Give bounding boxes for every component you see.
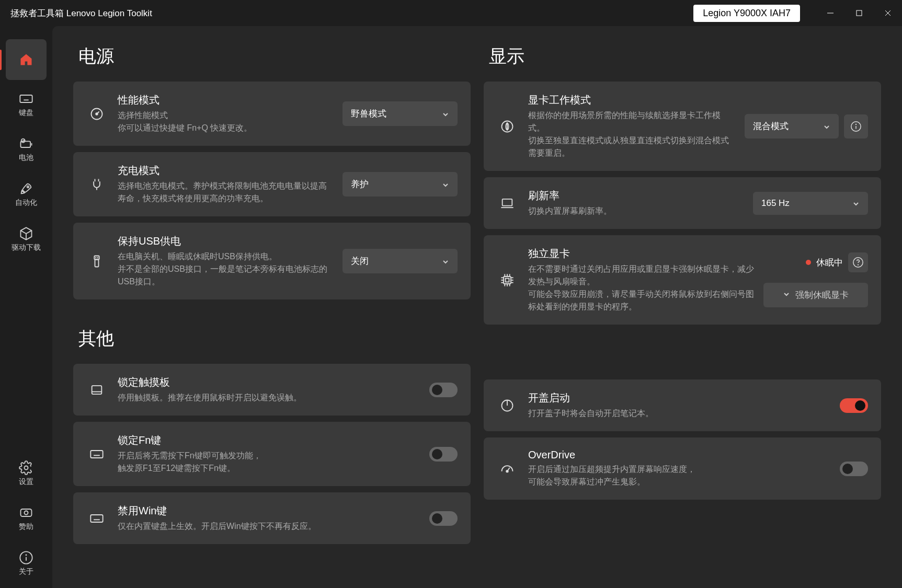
donate-icon — [19, 505, 33, 520]
svg-point-62 — [506, 470, 508, 472]
sidebar-item-battery[interactable]: 电池 — [6, 129, 47, 170]
status-dot — [806, 260, 811, 265]
sidebar-item-home[interactable] — [6, 39, 47, 80]
laptop-icon — [497, 196, 518, 211]
overdrive-toggle[interactable] — [840, 462, 868, 476]
chevron-down-icon — [442, 258, 449, 265]
sidebar-item-drivers[interactable]: 驱动下载 — [6, 219, 47, 260]
maximize-button[interactable] — [844, 2, 873, 25]
svg-rect-26 — [94, 256, 99, 259]
card-performance-mode: 性能模式 选择性能模式 你可以通过快捷键 Fn+Q 快速更改。 野兽模式 — [73, 82, 471, 146]
chevron-down-icon — [783, 290, 790, 301]
dgpu-help-button[interactable] — [848, 252, 868, 272]
chevron-down-icon — [823, 123, 830, 130]
sidebar-item-donate[interactable]: 赞助 — [6, 498, 47, 539]
device-badge: Legion Y9000X IAH7 — [693, 5, 800, 22]
svg-point-15 — [25, 466, 28, 470]
win-key-toggle[interactable] — [429, 511, 458, 526]
card-win-key-disable: 禁用Win键 仅在内置键盘上生效。开启后Win键按下不再有反应。 — [73, 492, 471, 544]
card-discrete-gpu: 独立显卡 在不需要时通过关闭占用应用或重启显卡强制休眠显卡，减少发热与风扇噪音。… — [484, 235, 881, 325]
sidebar-item-settings[interactable]: 设置 — [6, 453, 47, 494]
minimize-button[interactable] — [816, 2, 844, 25]
svg-rect-41 — [503, 199, 512, 205]
main-content: 电源 性能模式 选择性能模式 你可以通过快捷键 Fn+Q 快速更改。 野兽模式 — [52, 26, 902, 588]
close-button[interactable] — [873, 2, 902, 25]
gear-icon — [19, 460, 33, 475]
card-usb-power: 保持USB供电 在电脑关机、睡眠或休眠时USB保持供电。 并不是全部的USB接口… — [73, 223, 471, 299]
flip-to-start-toggle[interactable] — [840, 398, 868, 413]
performance-mode-dropdown[interactable]: 野兽模式 — [342, 101, 458, 126]
svg-point-40 — [856, 124, 857, 124]
refresh-rate-dropdown[interactable]: 165 Hz — [753, 192, 868, 215]
charging-mode-dropdown[interactable]: 养护 — [342, 172, 458, 197]
dgpu-status: 休眠中 — [816, 257, 843, 269]
svg-rect-44 — [506, 278, 509, 282]
svg-rect-43 — [504, 276, 511, 284]
svg-point-17 — [25, 511, 28, 515]
svg-rect-4 — [20, 95, 32, 102]
sidebar-item-keyboard[interactable]: 键盘 — [6, 84, 47, 125]
app-title: 拯救者工具箱 Lenovo Legion Toolkit — [10, 7, 152, 19]
keyboard-icon — [86, 511, 107, 526]
package-icon — [19, 226, 33, 241]
svg-point-13 — [27, 186, 29, 188]
power-icon — [497, 398, 518, 413]
svg-point-58 — [858, 264, 859, 265]
card-gpu-mode: 显卡工作模式 根据你的使用场景所需的性能与续航选择显卡工作模式。 切换至独显直连… — [484, 82, 881, 171]
titlebar: 拯救者工具箱 Lenovo Legion Toolkit Legion Y900… — [0, 0, 902, 26]
svg-rect-16 — [21, 509, 32, 516]
section-power-title: 电源 — [78, 44, 471, 68]
card-fn-lock: 锁定Fn键 开启后将无需按下Fn键即可触发功能， 触发原F1至F12键需按下Fn… — [73, 422, 471, 486]
svg-rect-29 — [95, 259, 99, 267]
gpu-mode-dropdown[interactable]: 混合模式 — [745, 114, 839, 139]
card-charging-mode: 充电模式 选择电池充电模式。养护模式将限制电池充电电量以提高寿命，快充模式将使用… — [73, 152, 471, 216]
svg-rect-1 — [857, 10, 862, 16]
home-icon — [19, 52, 33, 67]
info-icon — [19, 550, 33, 565]
chevron-down-icon — [852, 200, 860, 207]
keyboard-icon — [19, 91, 33, 106]
gpu-info-button[interactable] — [844, 114, 868, 139]
usb-icon — [86, 254, 107, 269]
svg-rect-32 — [90, 451, 102, 458]
speedometer-icon — [497, 462, 518, 476]
svg-rect-30 — [92, 385, 102, 394]
card-flip-to-start: 开盖启动 打开盖子时将会自动开启笔记本。 — [484, 379, 881, 431]
svg-rect-34 — [90, 515, 102, 522]
usb-power-dropdown[interactable]: 关闭 — [342, 249, 458, 273]
sidebar-item-about[interactable]: 关于 — [6, 543, 47, 584]
rocket-icon — [19, 181, 33, 196]
card-refresh-rate: 刷新率 切换内置屏幕刷新率。 165 Hz — [484, 177, 881, 229]
keyboard-icon — [86, 447, 107, 462]
leaf-icon — [497, 119, 518, 134]
card-touchpad-lock: 锁定触摸板 停用触摸板。推荐在使用鼠标时开启以避免误触。 — [73, 364, 471, 416]
battery-icon — [19, 136, 33, 151]
plug-icon — [86, 177, 107, 192]
chevron-down-icon — [442, 110, 449, 118]
fn-lock-toggle[interactable] — [429, 447, 458, 462]
section-others-title: 其他 — [78, 327, 471, 351]
gauge-icon — [86, 107, 107, 121]
chip-icon — [497, 273, 518, 287]
card-overdrive: OverDrive 开启后通过加压超频提升内置屏幕响应速度， 可能会导致屏幕过冲… — [484, 437, 881, 500]
section-display-title: 显示 — [489, 44, 881, 68]
touchpad-lock-toggle[interactable] — [429, 383, 458, 397]
sidebar: 键盘 电池 自动化 驱动下载 设置 赞助 关于 — [0, 26, 52, 588]
svg-point-22 — [96, 113, 98, 115]
force-sleep-gpu-button[interactable]: 强制休眠显卡 — [763, 283, 868, 307]
touchpad-icon — [86, 383, 107, 397]
svg-point-20 — [26, 555, 26, 555]
chevron-down-icon — [442, 181, 449, 188]
sidebar-item-automation[interactable]: 自动化 — [6, 174, 47, 215]
